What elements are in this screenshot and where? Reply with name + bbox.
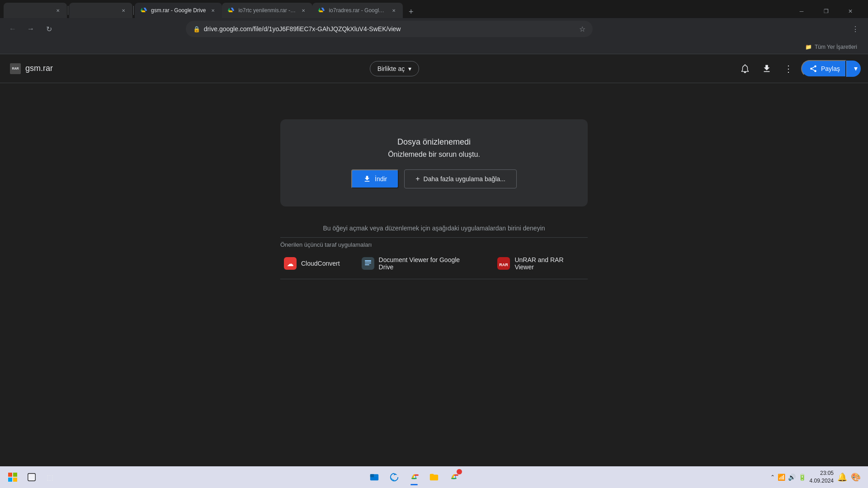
- tab-1-close[interactable]: ✕: [54, 7, 61, 14]
- tab-5-io7radres[interactable]: io7radres.rar - Google Dri... ✕: [312, 3, 403, 18]
- edge-svg: [389, 472, 399, 482]
- share-dropdown-arrow[interactable]: ▾: [846, 61, 861, 77]
- plus-icon: +: [415, 175, 420, 183]
- svg-rect-10: [365, 264, 369, 265]
- cloudconvert-app-name: CloudConvert: [301, 260, 340, 267]
- bookmark-star-icon[interactable]: ☆: [579, 25, 585, 33]
- download-icon[interactable]: [758, 60, 776, 78]
- clock-time: 23:05: [820, 469, 834, 477]
- svg-line-3: [812, 69, 814, 70]
- folder-icon: 📁: [805, 44, 812, 50]
- apps-list: ☁ CloudConvert Document Viewer for Googl…: [280, 253, 588, 273]
- explorer-svg: [369, 472, 379, 482]
- tab-5-close[interactable]: ✕: [390, 7, 397, 14]
- apps-top-divider: [280, 237, 588, 238]
- tab-4-close[interactable]: ✕: [300, 7, 307, 14]
- maximize-button[interactable]: ❐: [816, 5, 836, 18]
- drive-app-bar-right: ⋮ Paylaş ▾: [736, 60, 861, 78]
- notification-icon[interactable]: 🔔: [837, 472, 847, 482]
- drive-app-bar: RAR gsm.rar Birlikte aç ▾ ⋮: [0, 54, 868, 83]
- start-button[interactable]: [4, 468, 22, 486]
- tab-2-close[interactable]: ✕: [120, 7, 127, 14]
- back-button[interactable]: ←: [5, 22, 20, 36]
- svg-rect-9: [365, 263, 371, 263]
- svg-point-1: [810, 67, 812, 70]
- svg-rect-16: [13, 478, 17, 482]
- tab-3-title: gsm.rar - Google Drive: [151, 7, 206, 14]
- url-text: drive.google.com/file/d/1yoJ6F89fiEC7x-G…: [204, 25, 576, 33]
- tab-separator-2: [133, 6, 134, 15]
- close-button[interactable]: ✕: [840, 5, 861, 18]
- share-label: Paylaş: [821, 65, 840, 72]
- minimize-button[interactable]: ─: [791, 5, 812, 18]
- tab-3-gsm[interactable]: gsm.rar - Google Drive ✕: [135, 3, 222, 18]
- address-bar[interactable]: 🔒 drive.google.com/file/d/1yoJ6F89fiEC7x…: [186, 21, 593, 37]
- taskbar-explorer-icon[interactable]: [365, 468, 383, 486]
- open-with-label: Birlikte aç: [377, 65, 405, 72]
- connect-apps-button[interactable]: + Daha fazla uygulama bağla...: [404, 169, 517, 188]
- svg-rect-14: [13, 473, 17, 477]
- download-btn-label: İndir: [375, 175, 387, 183]
- wifi-icon[interactable]: 📶: [778, 474, 785, 481]
- open-with-button[interactable]: Birlikte aç ▾: [370, 61, 420, 76]
- files-svg: [429, 472, 439, 482]
- drive-app-bar-center: Birlikte aç ▾: [53, 61, 736, 76]
- tab-4-io7rtc[interactable]: io7rtc yenilenmis.rar - Goo... ✕: [222, 3, 312, 18]
- volume-icon[interactable]: 🔊: [788, 474, 796, 481]
- download-button[interactable]: İndir: [351, 169, 399, 188]
- svg-rect-13: [8, 473, 12, 477]
- taskbar-center: [60, 468, 769, 486]
- window-controls: ─ ❐ ✕: [791, 5, 864, 18]
- tab-3-favicon: [140, 7, 147, 14]
- svg-text:☁: ☁: [287, 260, 293, 267]
- rar-file-icon: RAR: [10, 63, 21, 74]
- svg-rect-17: [28, 474, 36, 481]
- tab-5-favicon: [318, 7, 325, 14]
- share-icon: [809, 65, 817, 73]
- preview-error-card: Dosya önizlenemedi Önizlemede bir sorun …: [280, 119, 588, 206]
- chevron-down-icon-share: ▾: [854, 64, 858, 73]
- share-button[interactable]: Paylaş: [801, 60, 846, 77]
- color-widget-icon[interactable]: 🎨: [851, 472, 861, 482]
- chrome-svg: [409, 472, 419, 482]
- notification-bell-icon[interactable]: [736, 60, 754, 78]
- tab-2[interactable]: ✕: [69, 3, 132, 18]
- task-view-icon[interactable]: ⬚: [42, 469, 58, 485]
- battery-icon[interactable]: 🔋: [798, 474, 806, 481]
- new-tab-button[interactable]: +: [405, 5, 417, 18]
- tab-bar: ✕ ✕ gsm.rar - Google Drive ✕: [0, 0, 868, 18]
- file-icon-wrapper: RAR: [9, 62, 22, 75]
- cloudconvert-icon: ☁: [284, 257, 297, 270]
- docviewer-app-name: Document Viewer for Google Drive: [379, 256, 476, 271]
- svg-text:RAR: RAR: [500, 263, 509, 267]
- main-content: Dosya önizlenemedi Önizlemede bir sorun …: [0, 83, 868, 466]
- tab-4-favicon: [227, 7, 235, 14]
- taskbar-chrome-icon[interactable]: [405, 468, 423, 486]
- taskbar-files-icon[interactable]: [425, 468, 443, 486]
- taskbar-chrome2-icon[interactable]: [445, 468, 463, 486]
- search-taskbar-icon[interactable]: [24, 469, 40, 485]
- extensions-button[interactable]: ⋮: [848, 22, 863, 36]
- chrome2-badge: [457, 469, 462, 474]
- svg-line-4: [812, 66, 814, 68]
- refresh-button[interactable]: ↻: [42, 22, 56, 36]
- more-options-icon[interactable]: ⋮: [779, 60, 797, 78]
- file-name: gsm.rar: [25, 64, 53, 73]
- svg-rect-8: [365, 260, 371, 262]
- taskbar-edge-icon[interactable]: [385, 468, 403, 486]
- app-item-unrar[interactable]: RAR UnRAR and RAR Viewer: [494, 253, 588, 273]
- app-item-cloudconvert[interactable]: ☁ CloudConvert: [280, 254, 344, 272]
- apps-bottom-divider: [280, 279, 588, 279]
- docviewer-icon: [362, 257, 374, 270]
- forward-button[interactable]: →: [24, 22, 38, 36]
- bookmarks-all-item[interactable]: 📁 Tüm Yer İşaretleri: [802, 42, 861, 52]
- address-bar-row: ← → ↻ 🔒 drive.google.com/file/d/1yoJ6F89…: [0, 18, 868, 40]
- tray-chevron-icon[interactable]: ⌃: [770, 474, 775, 480]
- bookmarks-all-label: Tüm Yer İşaretleri: [815, 44, 857, 50]
- tab-3-close[interactable]: ✕: [209, 7, 217, 14]
- download-btn-icon: [363, 175, 371, 183]
- tab-1[interactable]: ✕: [4, 3, 67, 18]
- app-item-docviewer[interactable]: Document Viewer for Google Drive: [358, 253, 480, 273]
- taskbar-right: ⌃ 📶 🔊 🔋 23:05 4.09.2024 🔔 🎨: [770, 469, 864, 485]
- taskbar-clock[interactable]: 23:05 4.09.2024: [810, 469, 834, 485]
